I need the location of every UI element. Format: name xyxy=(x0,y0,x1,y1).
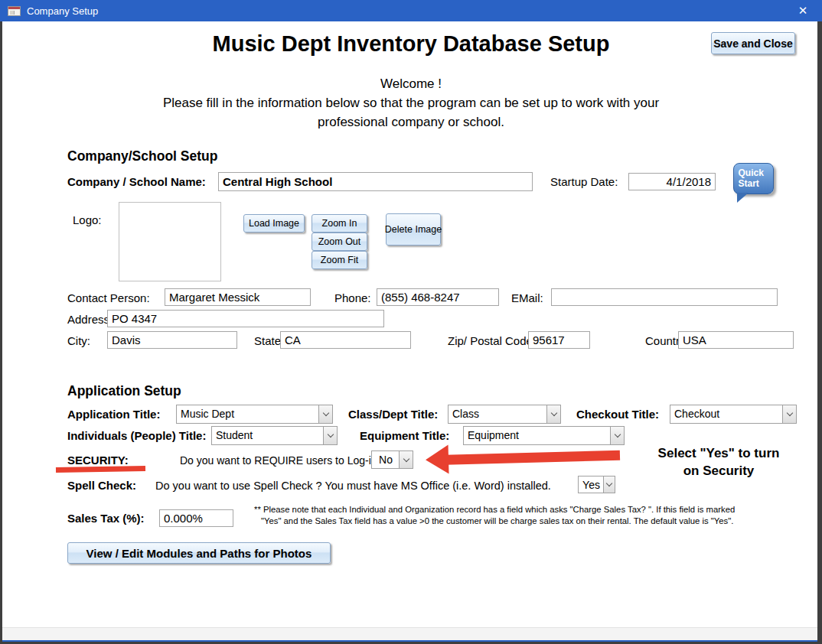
company-name-label: Company / School Name: xyxy=(67,175,206,188)
individuals-title-select[interactable]: Student xyxy=(211,426,338,445)
spell-check-select[interactable]: Yes xyxy=(578,476,615,493)
logo-label: Logo: xyxy=(73,213,102,226)
zoom-in-button[interactable]: Zoom In xyxy=(312,214,367,233)
security-callout-line-1: Select "Yes" to turn xyxy=(647,446,790,461)
spell-check-label: Spell Check: xyxy=(67,479,136,492)
contact-person-input[interactable] xyxy=(165,288,311,306)
zoom-fit-button[interactable]: Zoom Fit xyxy=(312,251,367,269)
window-title: Company Setup xyxy=(27,5,98,17)
close-icon[interactable]: ✕ xyxy=(791,4,814,18)
individuals-title-label: Individuals (People) Title: xyxy=(67,429,206,442)
sales-tax-label: Sales Tax (%): xyxy=(67,512,145,525)
application-title-label: Application Title: xyxy=(67,408,160,421)
security-callout-line-2: on Security xyxy=(647,463,790,479)
window-border-right xyxy=(817,21,822,644)
quick-start-button[interactable]: Quick Start xyxy=(733,163,774,194)
company-name-input[interactable] xyxy=(218,172,533,191)
address-label: Address: xyxy=(67,313,113,326)
security-annotation-arrow xyxy=(426,441,621,475)
phone-label: Phone: xyxy=(334,291,371,304)
chevron-down-icon xyxy=(603,476,615,493)
application-section-heading: Application Setup xyxy=(67,383,181,399)
phone-input[interactable] xyxy=(377,288,499,306)
contact-person-label: Contact Person: xyxy=(67,291,150,304)
welcome-line-3: professional company or school. xyxy=(0,115,822,130)
chevron-down-icon xyxy=(318,405,332,423)
zip-label: Zip/ Postal Code: xyxy=(448,334,536,347)
view-edit-modules-button[interactable]: View / Edit Modules and Paths for Photos xyxy=(67,542,331,564)
class-title-label: Class/Dept Title: xyxy=(348,408,438,421)
window-border-left xyxy=(0,21,2,644)
load-image-button[interactable]: Load Image xyxy=(243,214,305,233)
zoom-out-button[interactable]: Zoom Out xyxy=(312,233,367,251)
individuals-title-value: Student xyxy=(212,427,323,444)
checkout-title-label: Checkout Title: xyxy=(576,408,659,421)
checkout-title-select[interactable]: Checkout xyxy=(670,405,797,424)
startup-date-input[interactable] xyxy=(628,173,716,190)
application-title-value: Music Dept xyxy=(177,405,318,423)
country-input[interactable] xyxy=(678,331,794,349)
security-select[interactable]: No xyxy=(371,450,413,469)
welcome-line-2: Please fill in the information below so … xyxy=(0,96,822,111)
page-title: Music Dept Inventory Database Setup xyxy=(0,31,822,57)
spell-check-question: Do you want to use Spell Check ? You mus… xyxy=(155,480,551,492)
bottom-scroll-strip xyxy=(2,627,817,640)
security-red-underline xyxy=(56,466,145,473)
email-input[interactable] xyxy=(551,288,778,306)
save-and-close-button[interactable]: Save and Close xyxy=(711,32,795,54)
email-label: EMail: xyxy=(511,291,543,304)
company-section-heading: Company/School Setup xyxy=(67,148,217,164)
chevron-down-icon xyxy=(399,451,413,468)
logo-image-frame xyxy=(119,202,221,281)
sales-tax-note-line-2: "Yes" and the Sales Tax field has a valu… xyxy=(261,516,733,525)
city-input[interactable] xyxy=(107,331,237,349)
chevron-down-icon xyxy=(546,405,560,423)
security-question: Do you want to REQUIRE users to Log-in ? xyxy=(180,454,386,467)
titlebar: Company Setup ✕ xyxy=(0,0,822,21)
access-form-icon xyxy=(8,6,21,16)
spell-check-value: Yes xyxy=(579,476,603,493)
company-setup-window: Company Setup ✕ Music Dept Inventory Dat… xyxy=(0,0,822,644)
security-value: No xyxy=(372,451,399,468)
zip-input[interactable] xyxy=(528,331,590,349)
startup-date-label: Startup Date: xyxy=(550,175,618,188)
state-input[interactable] xyxy=(280,331,411,349)
city-label: City: xyxy=(67,334,90,347)
delete-image-button[interactable]: Delete Image xyxy=(386,213,441,246)
class-title-value: Class xyxy=(449,405,546,423)
class-title-select[interactable]: Class xyxy=(448,405,561,424)
chevron-down-icon xyxy=(782,405,796,423)
security-label: SECURITY: xyxy=(67,454,129,467)
chevron-down-icon xyxy=(323,427,337,444)
sales-tax-input[interactable] xyxy=(159,509,233,527)
quick-start-label: Quick Start xyxy=(739,168,769,190)
equipment-title-label: Equipment Title: xyxy=(360,429,449,442)
welcome-line-1: Welcome ! xyxy=(0,76,822,92)
address-input[interactable] xyxy=(107,310,384,327)
checkout-title-value: Checkout xyxy=(670,405,782,423)
application-title-select[interactable]: Music Dept xyxy=(176,405,333,424)
sales-tax-note-line-1: ** Please note that each Individual and … xyxy=(254,505,735,514)
